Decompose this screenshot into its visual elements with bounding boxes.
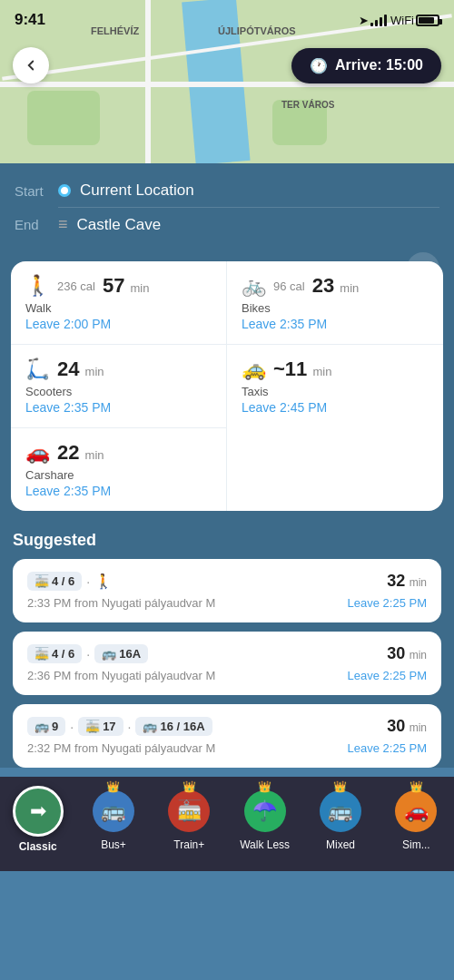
separator: · (70, 720, 74, 734)
route-leave[interactable]: Leave 2:25 PM (348, 596, 427, 610)
arrive-pill[interactable]: 🕐 Arrive: 15:00 (291, 48, 441, 83)
destination-icon: ≡ (58, 215, 68, 234)
nav-item-mixed[interactable]: 🚌 👑 Mixed (302, 788, 378, 851)
transport-options-card: 🚶 236 cal 57 min Walk Leave 2:00 PM 🚲 96… (11, 261, 443, 511)
nav-icon-bg: 🚌 (320, 790, 361, 832)
transport-cell-carshare[interactable]: 🚗 22 min Carshare Leave 2:35 PM (11, 428, 227, 511)
swap-button[interactable]: ⇅ (407, 252, 439, 285)
nav-item-classic[interactable]: ➡ Classic (0, 786, 75, 853)
tram-chip: 🚋 4 / 6 (27, 644, 82, 663)
transport-label: Bikes (242, 301, 429, 315)
crown-icon: 👑 (258, 780, 271, 793)
nav-icon-wrap: ☂️ (242, 788, 289, 835)
walk-icon: 🚶 (94, 573, 113, 590)
tram-icon: 🚋 (85, 720, 100, 733)
transport-label: Carshare (25, 468, 212, 482)
transport-label: Taxis (242, 385, 429, 398)
battery-icon (416, 15, 439, 26)
back-button[interactable] (13, 47, 49, 83)
cal-label: 236 cal (57, 279, 95, 293)
nav-emoji: 🚋 (177, 799, 202, 823)
transport-cell-taxis[interactable]: 🚕 ~11 min Taxis Leave 2:45 PM (227, 345, 443, 428)
carshare-icon: 🚗 (25, 441, 50, 465)
separator: · (128, 720, 132, 734)
bus-chip: 🚌 9 (27, 717, 65, 736)
nav-icon-bg: 🚌 (93, 790, 134, 832)
min-value: 57 min (103, 274, 150, 298)
nav-item-bus-[interactable]: 🚌 👑 Bus+ (75, 788, 151, 851)
nav-icon-wrap: 🚌 (317, 788, 364, 835)
bottom-nav: ➡ Classic 🚌 👑 Bus+ 🚋 (0, 777, 454, 871)
end-row: End ≡ Castle Cave (15, 210, 439, 240)
route-chips: 🚋 4 / 6 · 🚌 16A (27, 644, 148, 663)
route-duration: 30 (387, 717, 405, 735)
bus-icon: 🚌 (143, 720, 157, 733)
route-from: 2:32 PM from Nyugati pályaudvar M (27, 741, 215, 755)
nav-label-bus+: Bus+ (101, 838, 126, 851)
suggested-title: Suggested (13, 531, 441, 550)
nav-icon-bg: 🚋 (168, 790, 210, 832)
leave-time: Leave 2:00 PM (25, 317, 212, 331)
nav-icon-wrap: 🚌 (90, 788, 137, 835)
nav-icon-wrap: 🚋 (165, 788, 212, 835)
nav-label-classic: Classic (19, 840, 57, 853)
route-divider (58, 207, 439, 208)
bus-chip: 🚌 16A (94, 644, 148, 663)
route-leave[interactable]: Leave 2:25 PM (348, 669, 427, 682)
tram-chip: 🚋 17 (78, 717, 123, 736)
route-option-1[interactable]: 🚋 4 / 6 ·🚶 32 min 2:33 PM from Nyugati p… (13, 559, 441, 622)
tram-chip: 🚋 4 / 6 (27, 572, 82, 591)
start-dot (58, 184, 71, 197)
start-label: Start (15, 183, 49, 199)
nav-label-walk less: Walk Less (240, 838, 290, 851)
route-from: 2:33 PM from Nyugati pályaudvar M (27, 596, 215, 610)
crown-icon: 👑 (183, 780, 196, 793)
nav-emoji: 🚌 (101, 799, 125, 823)
start-value[interactable]: Current Location (80, 181, 194, 200)
nav-icon-bg: 🚗 (395, 790, 437, 832)
nav-item-walk-less[interactable]: ☂️ 👑 Walk Less (227, 788, 302, 851)
leave-time: Leave 2:35 PM (25, 400, 212, 415)
route-option-3[interactable]: 🚌 9 · 🚋 17 · 🚌 16 / 16A 30 min 2:32 PM f… (13, 704, 441, 768)
bottom-sheet: Start Current Location End ≡ Castle Cave… (0, 163, 454, 768)
min-value: 22 min (57, 441, 104, 465)
route-duration: 32 (387, 572, 405, 590)
route-from: 2:36 PM from Nyugati pályaudvar M (27, 669, 215, 682)
cal-label: 96 cal (273, 279, 305, 293)
route-chips: 🚌 9 · 🚋 17 · 🚌 16 / 16A (27, 717, 212, 736)
leave-time: Leave 2:45 PM (242, 400, 429, 415)
taxis-icon: 🚕 (242, 358, 266, 381)
transport-label: Walk (25, 301, 212, 315)
suggested-section: Suggested 🚋 4 / 6 ·🚶 32 min 2:33 PM from… (0, 520, 454, 768)
route-option-2[interactable]: 🚋 4 / 6 · 🚌 16A 30 min 2:36 PM from Nyug… (13, 632, 441, 695)
min-value: ~11 min (273, 358, 331, 381)
location-icon: ➤ (359, 14, 369, 27)
crown-icon: 👑 (410, 780, 423, 793)
wifi-icon: WiFi (390, 14, 414, 27)
transport-cell-walk[interactable]: 🚶 236 cal 57 min Walk Leave 2:00 PM (11, 261, 227, 345)
end-value[interactable]: Castle Cave (77, 216, 162, 234)
classic-nav-icon: ➡ (13, 786, 64, 837)
map-view: FELHÉVÍZ ÚJLIPÓTVÁROS TER VÁROS 9:41 ➤ W… (0, 0, 454, 163)
end-label: End (15, 217, 49, 232)
tram-icon: 🚋 (35, 574, 49, 588)
scooters-icon: 🛴 (25, 358, 50, 381)
transport-cell-scooters[interactable]: 🛴 24 min Scooters Leave 2:35 PM (11, 345, 227, 428)
nav-label-mixed: Mixed (326, 838, 355, 851)
bikes-icon: 🚲 (242, 274, 266, 298)
signal-icon (370, 14, 387, 26)
status-bar: 9:41 ➤ WiFi (0, 0, 454, 40)
swap-icon: ⇅ (417, 259, 430, 279)
route-leave[interactable]: Leave 2:25 PM (348, 741, 427, 755)
nav-item-train-[interactable]: 🚋 👑 Train+ (152, 788, 227, 851)
nav-emoji: ☂️ (252, 799, 277, 823)
arrive-label: Arrive: 15:00 (335, 57, 423, 74)
route-duration-unit: min (410, 576, 427, 589)
nav-emoji: 🚌 (328, 799, 352, 823)
arrow-icon: ➡ (30, 799, 46, 823)
tram-icon: 🚋 (35, 647, 49, 661)
nav-item-sim---[interactable]: 🚗 👑 Sim... (379, 788, 454, 851)
nav-icon-wrap: 🚗 (392, 788, 439, 835)
route-inputs: Start Current Location End ≡ Castle Cave (0, 163, 454, 252)
clock-icon: 🕐 (310, 57, 328, 74)
